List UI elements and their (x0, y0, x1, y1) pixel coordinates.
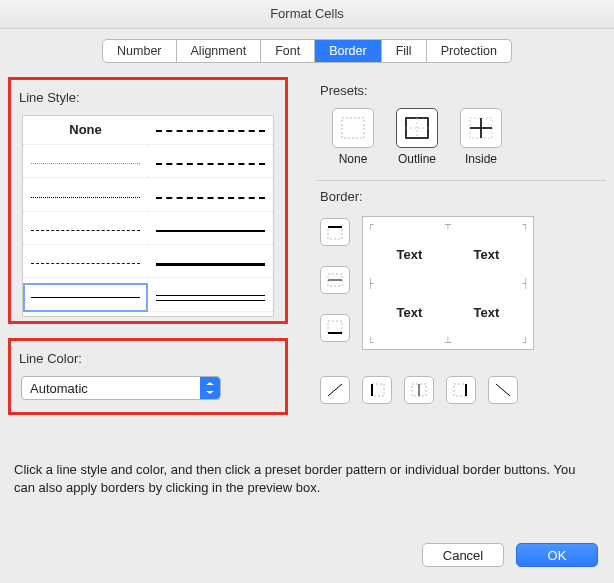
preview-cell: Text (474, 305, 500, 320)
border-bottom-button[interactable] (320, 314, 350, 342)
preset-none-label: None (332, 152, 374, 166)
border-preview[interactable]: Text Text Text Text ┌ ┐ └ ┘ ┬ ┴ ├ ┤ (362, 216, 534, 350)
border-top-button[interactable] (320, 218, 350, 246)
preview-cell: Text (397, 247, 423, 262)
line-style-dotted[interactable] (23, 183, 148, 212)
line-style-dash-thin[interactable] (148, 116, 273, 145)
line-style-solid-2[interactable] (148, 216, 273, 245)
preset-none[interactable] (332, 108, 374, 148)
preset-inside[interactable] (460, 108, 502, 148)
line-style-double[interactable] (148, 283, 273, 312)
line-style-dash-b[interactable] (23, 249, 148, 278)
line-style-solid-3[interactable] (148, 249, 273, 278)
cancel-button[interactable]: Cancel (422, 543, 504, 567)
line-style-highlight: Line Style: None (8, 77, 288, 324)
border-diag-down-button[interactable] (488, 376, 518, 404)
line-color-select[interactable]: Automatic (21, 376, 221, 400)
chevron-down-icon (200, 377, 220, 399)
border-vertical-button[interactable] (404, 376, 434, 404)
line-style-dotted-grey[interactable] (23, 149, 148, 178)
tab-bar: Number Alignment Font Border Fill Protec… (0, 29, 614, 63)
line-style-dashdot-2[interactable] (148, 149, 273, 178)
outline-border-icon (404, 116, 430, 140)
none-border-icon (340, 116, 366, 140)
border-left-button[interactable] (362, 376, 392, 404)
line-color-highlight: Line Color: Automatic (8, 338, 288, 415)
svg-rect-0 (342, 118, 364, 138)
preview-cell: Text (397, 305, 423, 320)
line-color-value: Automatic (30, 381, 88, 396)
tab-font[interactable]: Font (261, 40, 315, 62)
tab-alignment[interactable]: Alignment (177, 40, 262, 62)
line-style-none[interactable]: None (23, 116, 148, 145)
preset-outline[interactable] (396, 108, 438, 148)
svg-rect-7 (328, 227, 342, 239)
window-title: Format Cells (0, 0, 614, 29)
line-style-solid-1[interactable] (23, 283, 148, 312)
border-label: Border: (320, 189, 606, 204)
ok-button[interactable]: OK (516, 543, 598, 567)
tab-border[interactable]: Border (315, 40, 382, 62)
svg-rect-18 (454, 384, 466, 396)
tab-number[interactable]: Number (103, 40, 176, 62)
hint-text: Click a line style and color, and then c… (14, 461, 600, 496)
line-style-dash-2[interactable] (148, 183, 273, 212)
svg-line-20 (496, 384, 510, 396)
border-right-button[interactable] (446, 376, 476, 404)
svg-rect-11 (328, 321, 342, 333)
border-diag-up-button[interactable] (320, 376, 350, 404)
preset-outline-label: Outline (396, 152, 438, 166)
svg-rect-14 (372, 384, 384, 396)
preset-inside-label: Inside (460, 152, 502, 166)
inside-border-icon (468, 116, 494, 140)
border-horizontal-button[interactable] (320, 266, 350, 294)
line-color-label: Line Color: (19, 351, 281, 366)
line-style-dash-a[interactable] (23, 216, 148, 245)
line-style-grid[interactable]: None (22, 115, 274, 317)
line-style-label: Line Style: (19, 90, 281, 105)
svg-line-13 (328, 384, 342, 396)
tab-protection[interactable]: Protection (427, 40, 511, 62)
presets-label: Presets: (320, 83, 606, 98)
tab-fill[interactable]: Fill (382, 40, 427, 62)
preview-cell: Text (474, 247, 500, 262)
